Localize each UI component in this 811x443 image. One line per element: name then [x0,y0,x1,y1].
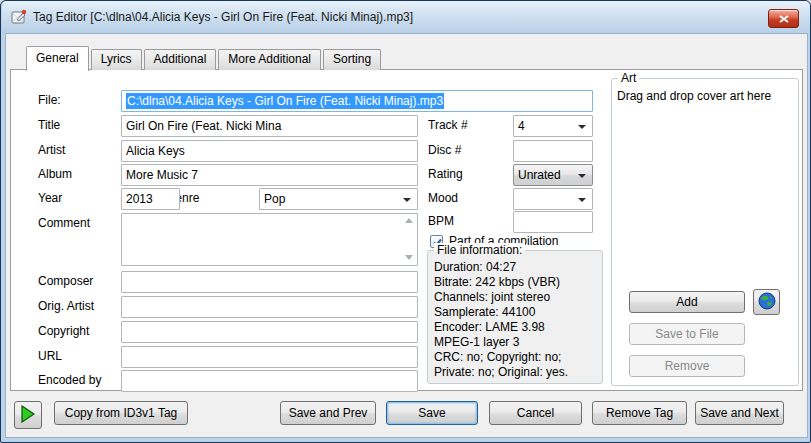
chevron-down-icon [578,125,586,129]
remove-art-button[interactable]: Remove [629,355,745,377]
url-input[interactable] [121,346,418,368]
tag-editor-icon [11,9,27,25]
rating-label: Rating [428,167,463,181]
close-button[interactable] [768,9,799,28]
bpm-input[interactable] [513,211,593,233]
file-info-bitrate: Bitrate: 242 kbps (VBR) [434,275,560,289]
album-label: Album [38,167,72,181]
save-and-next-button[interactable]: Save and Next [695,401,784,425]
file-input-selected-text: C:\dlna\04.Alicia Keys - Girl On Fire (F… [126,93,444,109]
chevron-down-icon [578,198,586,202]
file-info-channels: Channels: joint stereo [434,290,550,304]
scroll-down-icon[interactable] [405,255,413,260]
title-input[interactable] [121,115,418,137]
album-input[interactable] [121,164,418,186]
save-art-to-file-button[interactable]: Save to File [629,323,745,345]
tab-lyrics[interactable]: Lyrics [91,49,142,70]
composer-label: Composer [38,274,93,288]
genre-dropdown[interactable]: Pop [259,188,418,210]
tab-page-general: File: Title Artist Album Year Genre Comm… [10,69,803,391]
tab-strip: General Lyrics Additional More Additiona… [26,45,383,70]
chevron-down-icon [403,198,411,202]
artist-label: Artist [38,143,65,157]
file-info-samplerate: Samplerate: 44100 [434,305,535,319]
bpm-label: BPM [428,214,454,228]
cancel-button[interactable]: Cancel [489,401,582,425]
copyright-input[interactable] [121,321,418,343]
copy-from-id3v1-button[interactable]: Copy from ID3v1 Tag [54,401,188,425]
rating-dropdown[interactable]: Unrated [513,164,593,186]
encoded-by-input[interactable] [121,370,418,392]
orig-artist-label: Orig. Artist [38,299,94,313]
url-label: URL [38,349,62,363]
comment-input[interactable] [121,213,418,266]
mood-dropdown[interactable] [513,188,593,210]
window-title: Tag Editor [C:\dlna\04.Alicia Keys - Gir… [33,10,413,24]
close-icon [779,12,789,26]
chevron-down-icon [578,174,586,178]
art-group-title: Art [618,71,639,85]
play-icon [20,405,36,426]
year-input[interactable] [121,188,180,210]
file-information-group: File information: Duration: 04:27 Bitrat… [427,250,603,384]
file-info-mpeg: MPEG-1 layer 3 [434,335,519,349]
track-dropdown[interactable]: 4 [513,115,593,137]
disc-input[interactable] [513,140,593,162]
track-label: Track # [428,118,468,132]
composer-input[interactable] [121,271,418,293]
art-drop-hint: Drag and drop cover art here [617,89,771,103]
file-info-crc: CRC: no; Copyright: no; [434,350,561,364]
file-information-title: File information: [434,243,525,257]
remove-tag-button[interactable]: Remove Tag [592,401,687,425]
orig-artist-input[interactable] [121,296,418,318]
globe-icon [758,292,776,313]
play-button[interactable] [14,401,42,429]
disc-label: Disc # [428,143,461,157]
rating-dropdown-value: Unrated [518,168,561,182]
titlebar[interactable]: Tag Editor [C:\dlna\04.Alicia Keys - Gir… [2,1,810,33]
copyright-label: Copyright [38,324,89,338]
dialog-client: General Lyrics Additional More Additiona… [5,33,808,438]
save-and-prev-button[interactable]: Save and Prev [280,401,376,425]
scroll-up-icon[interactable] [405,218,413,223]
file-label: File: [38,93,61,107]
tab-general[interactable]: General [26,46,89,71]
year-label: Year [38,191,62,205]
tab-more-additional[interactable]: More Additional [218,49,321,70]
tag-editor-window: Tag Editor [C:\dlna\04.Alicia Keys - Gir… [0,0,811,443]
encoded-by-label: Encoded by [38,373,101,387]
add-art-button[interactable]: Add [629,291,745,313]
file-info-duration: Duration: 04:27 [434,260,516,274]
save-button[interactable]: Save [386,401,478,425]
file-input[interactable]: C:\dlna\04.Alicia Keys - Girl On Fire (F… [121,90,593,112]
track-dropdown-value: 4 [518,119,525,133]
search-art-online-button[interactable] [753,289,780,315]
tab-additional[interactable]: Additional [144,49,217,70]
tab-sorting[interactable]: Sorting [323,49,381,70]
comment-label: Comment [38,216,90,230]
file-info-encoder: Encoder: LAME 3.98 [434,320,545,334]
mood-label: Mood [428,191,458,205]
file-info-private: Private: no; Original: yes. [434,365,568,379]
artist-input[interactable] [121,140,418,162]
art-group: Art Drag and drop cover art here Add Sav… [611,78,799,386]
genre-dropdown-value: Pop [264,192,285,206]
title-label: Title [38,118,60,132]
